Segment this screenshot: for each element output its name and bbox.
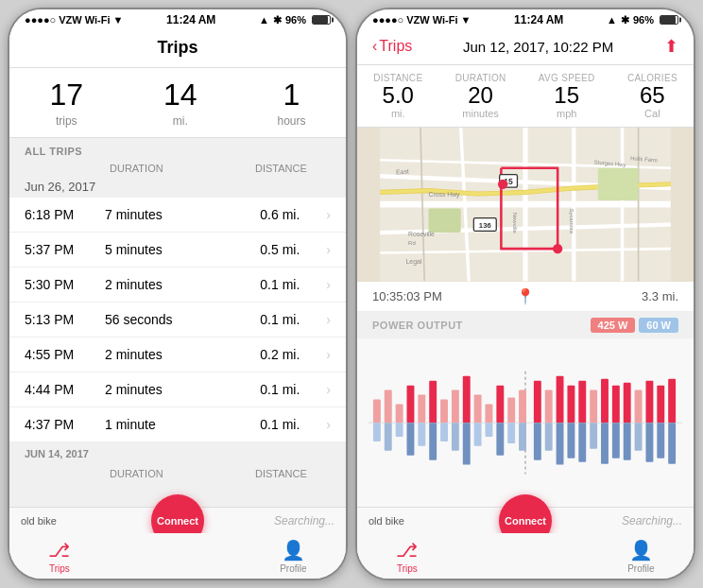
svg-rect-41 (474, 394, 482, 423)
svg-rect-64 (429, 423, 437, 460)
back-button[interactable]: ‹ Trips (372, 38, 412, 55)
trips-title: Trips (25, 38, 331, 58)
share-button[interactable]: ⬆ (664, 36, 678, 57)
trips-icon-1: ⎇ (48, 539, 70, 562)
location-pin-icon: 📍 (516, 287, 535, 305)
trip-row[interactable]: 4:37 PM 1 minute 0.1 mi. › (9, 407, 346, 442)
svg-rect-37 (429, 380, 437, 422)
svg-text:Legal: Legal (406, 258, 422, 266)
svg-rect-76 (567, 423, 574, 458)
svg-rect-55 (635, 389, 643, 423)
svg-rect-74 (545, 423, 553, 451)
carrier-label: VZW Wi-Fi (59, 14, 110, 26)
svg-point-20 (553, 244, 562, 253)
svg-rect-57 (657, 385, 664, 423)
svg-rect-35 (407, 385, 415, 423)
wifi-icon-2: ▼ (461, 14, 472, 26)
phone1: ●●●●○ VZW Wi-Fi ▼ 11:24 AM ▲ ✱ 96% Trips… (8, 8, 348, 580)
stat-distance: DISTANCE 5.0 mi. (373, 73, 422, 119)
location-icon: ▲ (259, 14, 269, 26)
svg-rect-43 (496, 385, 504, 423)
section-date-2: Jun 14, 2017 (9, 442, 346, 465)
svg-rect-39 (452, 389, 459, 423)
trips-icon-2: ⎇ (396, 539, 418, 562)
chevron-right-icon: › (326, 242, 331, 257)
stat-speed-unit: mph (539, 108, 595, 119)
svg-rect-52 (601, 378, 609, 422)
chevron-right-icon: › (326, 277, 331, 292)
svg-rect-80 (612, 423, 620, 458)
trip-row[interactable]: 6:18 PM 7 minutes 0.6 mi. › (9, 198, 346, 233)
svg-rect-56 (645, 380, 653, 422)
svg-rect-60 (385, 423, 392, 451)
power-output-header: POWER OUTPUT 425 W 60 W (357, 312, 694, 338)
tab-trips-label-1: Trips (49, 563, 70, 574)
col-time-header (25, 163, 110, 174)
tab-profile-1[interactable]: 👤 Profile (280, 539, 306, 574)
svg-rect-70 (496, 423, 504, 456)
trip-duration: 2 minutes (105, 277, 260, 292)
trips-list: 6:18 PM 7 minutes 0.6 mi. › 5:37 PM 5 mi… (9, 198, 346, 507)
svg-rect-67 (463, 423, 471, 464)
power-chart (357, 338, 694, 507)
trip-row[interactable]: 5:30 PM 2 minutes 0.1 mi. › (9, 268, 346, 303)
trip-row[interactable]: 4:44 PM 2 minutes 0.1 mi. › (9, 372, 346, 407)
status-time-2: 11:24 AM (514, 13, 563, 26)
phone2: ●●●●○ VZW Wi-Fi ▼ 11:24 AM ▲ ✱ 96% ‹ Tri… (355, 8, 695, 580)
stat-speed-value: 15 (539, 83, 595, 108)
status-time-1: 11:24 AM (166, 13, 215, 26)
svg-rect-38 (440, 399, 448, 423)
svg-rect-79 (601, 423, 609, 463)
status-bar-1: ●●●●○ VZW Wi-Fi ▼ 11:24 AM ▲ ✱ 96% (9, 9, 346, 30)
trip-distance: 0.1 mi. (260, 382, 326, 397)
location-icon-2: ▲ (607, 14, 617, 26)
trip-duration: 5 minutes (105, 242, 260, 257)
trip-time: 5:13 PM (25, 312, 105, 327)
tab-trips-1[interactable]: ⎇ Trips (48, 539, 70, 574)
tab-profile-2[interactable]: 👤 Profile (627, 539, 654, 574)
battery-percent-1: 96% (285, 14, 306, 26)
trip-time: 5:30 PM (25, 277, 105, 292)
svg-rect-72 (519, 423, 526, 451)
trip-detail-stats: DISTANCE 5.0 mi. DURATION 20 minutes AVG… (357, 65, 694, 128)
svg-text:Rd: Rd (408, 240, 416, 246)
svg-rect-77 (578, 423, 586, 462)
trip-row[interactable]: 5:13 PM 56 seconds 0.1 mi. › (9, 303, 346, 337)
svg-rect-40 (463, 375, 471, 422)
status-right-1: ▲ ✱ 96% (259, 14, 331, 26)
signal-dots: ●●●●○ (25, 14, 56, 26)
chevron-right-icon: › (326, 312, 331, 327)
trip-row[interactable]: 5:37 PM 5 minutes 0.5 mi. › (9, 233, 346, 268)
svg-text:136: 136 (479, 221, 491, 230)
stat-distance-value: 5.0 (373, 83, 422, 108)
tab-trips-2[interactable]: ⎇ Trips (396, 539, 418, 574)
all-trips-stats: 17 trips 14 mi. 1 hours (9, 68, 346, 138)
battery-icon-2 (660, 15, 678, 25)
chart-svg (369, 346, 682, 499)
trip-row[interactable]: 4:55 PM 2 minutes 0.2 mi. › (9, 337, 346, 372)
tab-profile-label-1: Profile (280, 563, 306, 574)
trip-map[interactable]: 15 136 East Cross Hwy Roseville Rd Legal… (357, 128, 694, 281)
stat-calories-value: 65 (627, 83, 677, 108)
svg-text:Roseville: Roseville (408, 232, 435, 238)
col-duration-header-2: DURATION (110, 468, 255, 479)
status-left-1: ●●●●○ VZW Wi-Fi ▼ (25, 14, 123, 26)
map-time: 10:35:03 PM (372, 289, 516, 303)
trip-duration: 1 minute (105, 417, 260, 432)
svg-text:Newville: Newville (512, 213, 518, 234)
carrier-label-2: VZW Wi-Fi (406, 14, 457, 26)
svg-rect-50 (578, 380, 586, 422)
device-row-2: old bike Connect Searching... (357, 507, 694, 533)
device-name-1: old bike (21, 515, 140, 527)
svg-text:East: East (396, 168, 409, 176)
svg-rect-45 (519, 389, 526, 423)
svg-rect-83 (645, 423, 653, 462)
trip-distance: 0.5 mi. (260, 242, 326, 257)
stat-calories-unit: Cal (627, 108, 677, 119)
combined-bottom-1: old bike Connect Searching... ⎇ Trips 👤 … (9, 507, 346, 579)
svg-rect-81 (624, 423, 631, 460)
searching-label-2: Searching... (563, 514, 682, 527)
profile-icon-2: 👤 (629, 539, 653, 562)
svg-rect-65 (440, 423, 448, 441)
svg-rect-82 (635, 423, 643, 451)
